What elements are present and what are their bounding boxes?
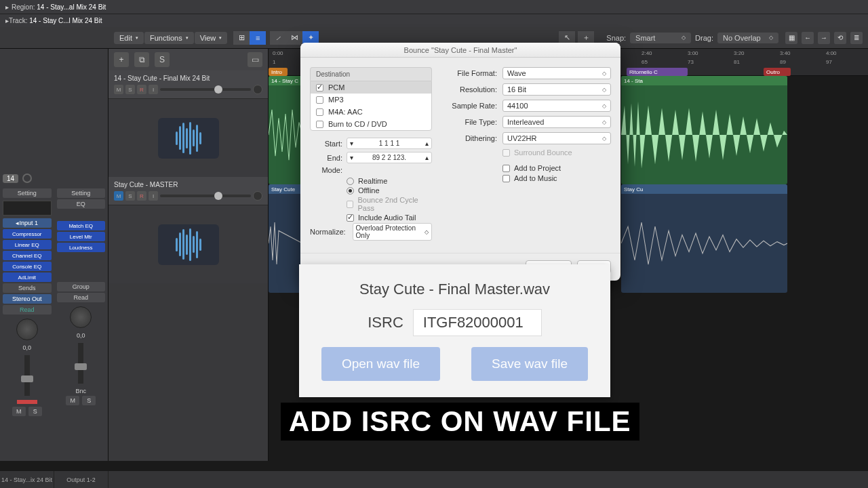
snap-label: Snap: xyxy=(606,34,626,42)
fx-loudness[interactable]: Loudness xyxy=(57,243,106,252)
view-grid-icon[interactable]: ⊞ xyxy=(233,31,250,45)
snap-icon[interactable]: ▦ xyxy=(785,32,797,44)
format-select[interactable]: Wave◇ xyxy=(502,67,611,79)
dest-mp3[interactable]: MP3 xyxy=(311,94,431,106)
eq-button[interactable]: EQ xyxy=(57,199,106,209)
add-project-check[interactable]: Add to Project xyxy=(502,164,611,172)
duplicate-track-button[interactable]: ⧉ xyxy=(134,52,149,67)
fx-compressor[interactable]: Compressor xyxy=(3,229,52,239)
normalize-select[interactable]: Overload Protection Only◇ xyxy=(353,223,432,241)
region-label: Stay Cu xyxy=(621,184,787,194)
fx-match-eq[interactable]: Match EQ xyxy=(57,221,106,230)
functions-menu[interactable]: Functions▾ xyxy=(144,32,194,44)
rec-arm-1[interactable] xyxy=(253,85,262,94)
bounce-dialog: Bounce "Stay Cute - Final Master" Destin… xyxy=(300,43,620,281)
fx-adlimit[interactable]: AdLimit xyxy=(3,272,52,282)
marker-intro[interactable]: Intro xyxy=(269,68,288,76)
dest-burn[interactable]: Burn to CD / DVD xyxy=(311,118,431,130)
input-1[interactable]: I xyxy=(149,85,158,94)
open-wav-button[interactable]: Open wav file xyxy=(321,347,440,381)
region-info-bar: ▸ Region: 14 - Stay...al Mix 24 Bit xyxy=(0,0,868,14)
input-2[interactable]: I xyxy=(149,191,158,201)
fx-linear-eq[interactable]: Linear EQ xyxy=(3,240,52,249)
vol-slider-1[interactable] xyxy=(160,88,251,91)
filter-button[interactable]: ▭ xyxy=(248,52,262,67)
fader-2[interactable] xyxy=(78,343,83,384)
save-wav-button[interactable]: Save wav file xyxy=(471,347,588,381)
list-icon[interactable]: ≣ xyxy=(850,32,863,44)
track-header-2[interactable]: Stay Cute - MASTER M S R I xyxy=(108,177,268,283)
svg-marker-0 xyxy=(621,101,787,168)
drag-select[interactable]: No Overlap◇ xyxy=(717,33,778,43)
vol-slider-2[interactable] xyxy=(160,195,251,197)
audio-region-2b[interactable]: Stay Cu xyxy=(621,184,787,293)
resolution-select[interactable]: 16 Bit◇ xyxy=(502,83,611,96)
edit-menu[interactable]: Edit▾ xyxy=(114,32,144,44)
isrc-panel: Stay Cute - Final Master.wav ISRC ITGF82… xyxy=(299,264,610,397)
tool-automation-icon[interactable]: ⟋ xyxy=(270,31,286,45)
input-select[interactable]: ◂ Input 1 xyxy=(3,218,52,228)
cycle-pass-check: Bounce 2nd Cycle Pass xyxy=(347,196,432,212)
isrc-input[interactable]: ITGF82000001 xyxy=(413,309,542,336)
solo-button[interactable]: S xyxy=(155,52,170,67)
setting-button-2[interactable]: Setting xyxy=(57,188,106,198)
track-header-1[interactable]: 14 - Stay Cute - Final Mix 24 Bit M S R … xyxy=(108,70,268,177)
view-list-icon[interactable]: ≡ xyxy=(250,31,266,45)
color-swatch[interactable] xyxy=(22,174,32,183)
view-menu[interactable]: View▾ xyxy=(195,32,228,44)
solo-1[interactable]: S xyxy=(125,85,135,94)
start-field[interactable]: ▾1 1 1 1▴ xyxy=(347,138,432,149)
mute-1[interactable]: M xyxy=(114,85,123,94)
solo-2[interactable]: S xyxy=(125,191,135,201)
right-icon[interactable]: → xyxy=(818,32,830,44)
mute-button-2[interactable]: M xyxy=(66,396,79,405)
dithering-select[interactable]: UV22HR◇ xyxy=(502,132,611,144)
track-label: Track: xyxy=(9,17,27,24)
mode-realtime[interactable]: Realtime xyxy=(347,177,432,185)
link-icon[interactable]: ← xyxy=(802,32,814,44)
pan-value-2: 0,0 xyxy=(77,332,85,339)
audio-region-2a[interactable]: Stay Cute xyxy=(269,184,302,293)
group-label[interactable]: Group xyxy=(57,282,106,291)
add-track-button[interactable]: + xyxy=(114,52,129,67)
isrc-filename: Stay Cute - Final Master.wav xyxy=(359,281,550,298)
snap-select[interactable]: Smart◇ xyxy=(630,33,691,43)
fx-channel-eq[interactable]: Channel EQ xyxy=(3,251,52,260)
mute-button[interactable]: M xyxy=(12,407,26,416)
end-field[interactable]: ▾89 2 2 123.▴ xyxy=(347,152,432,163)
audio-region-1b[interactable]: 14 - Sta xyxy=(621,76,787,184)
pan-knob-2[interactable] xyxy=(70,306,92,328)
output-select[interactable]: Stereo Out xyxy=(3,294,52,304)
region-label: Stay Cute xyxy=(269,184,302,194)
marker-outro[interactable]: Outro xyxy=(764,68,791,76)
fader[interactable] xyxy=(24,355,30,396)
sends-label[interactable]: Sends xyxy=(3,283,52,293)
rec-2[interactable]: R xyxy=(137,191,146,201)
fx-console-eq[interactable]: Console EQ xyxy=(3,262,52,271)
audio-region-1a[interactable]: 14 - Stay C xyxy=(269,76,302,184)
setting-button[interactable]: Setting xyxy=(3,188,52,198)
solo-button[interactable]: S xyxy=(28,407,42,416)
audio-tail-check[interactable]: Include Audio Tail xyxy=(347,214,432,222)
marker-ritc[interactable]: Ritornello C xyxy=(627,68,688,76)
mode-offline[interactable]: Offline xyxy=(347,186,432,195)
automation-read[interactable]: Read xyxy=(3,305,52,314)
rec-arm-2[interactable] xyxy=(253,191,262,201)
dest-pcm[interactable]: PCM xyxy=(311,81,431,94)
rec-1[interactable]: R xyxy=(137,85,146,94)
add-music-check[interactable]: Add to Music xyxy=(502,174,611,182)
tool-flex-icon[interactable]: ⋈ xyxy=(286,31,302,45)
region-label: 14 - Sta xyxy=(621,76,787,85)
mute-2[interactable]: M xyxy=(114,191,123,201)
bnc-label: Bnc xyxy=(75,388,86,394)
solo-button-2[interactable]: S xyxy=(82,396,96,405)
sync-icon[interactable]: ⟲ xyxy=(834,32,846,44)
eq-thumbnail[interactable] xyxy=(3,201,52,216)
dest-m4a[interactable]: M4A: AAC xyxy=(311,106,431,118)
pan-knob[interactable] xyxy=(16,319,38,340)
automation-read-2[interactable]: Read xyxy=(57,293,106,302)
resolution-label: Resolution: xyxy=(444,85,497,94)
filetype-select[interactable]: Interleaved◇ xyxy=(502,116,611,128)
fx-level-mtr[interactable]: Level Mtr xyxy=(57,232,106,241)
samplerate-select[interactable]: 44100◇ xyxy=(502,100,611,112)
